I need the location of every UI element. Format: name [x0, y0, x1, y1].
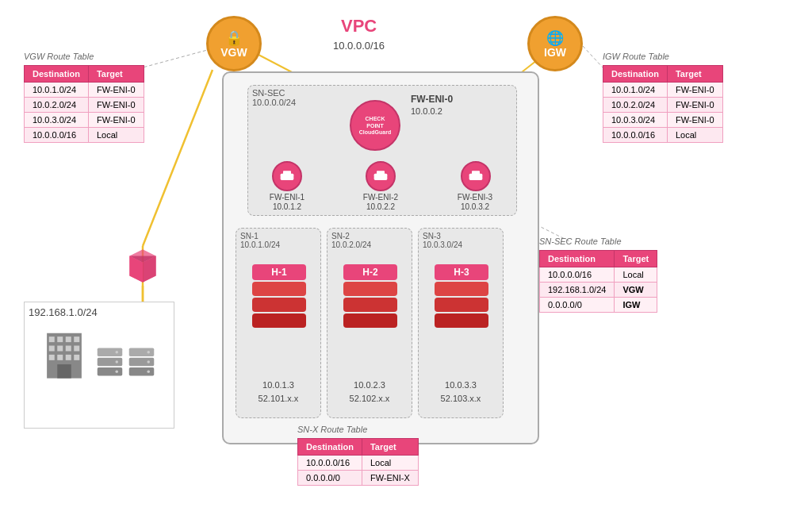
sn1-cidr: 10.0.1.0/24	[236, 240, 320, 249]
svg-point-17	[377, 176, 379, 179]
svg-rect-34	[49, 355, 55, 360]
svg-rect-47	[129, 367, 155, 376]
server-stack-1	[96, 346, 124, 385]
svg-point-42	[116, 351, 119, 354]
table-row: 10.0.0.0/16Local	[298, 456, 419, 471]
snsec-col-dest: Destination	[540, 251, 615, 267]
table-row: 192.168.1.0/24VGW	[540, 283, 657, 298]
svg-rect-45	[129, 348, 155, 356]
svg-rect-38	[57, 364, 71, 379]
svg-rect-46	[129, 358, 155, 367]
h3-icon: H-3	[435, 264, 488, 328]
svg-rect-35	[57, 355, 63, 360]
svg-rect-27	[57, 336, 63, 342]
h3-public-ip: 52.103.x.x	[419, 394, 503, 403]
vgw-route-table-label: VGW Route Table	[24, 52, 94, 61]
table-row: 0.0.0.0/0IGW	[540, 298, 657, 313]
sn-x-route-table-label: SN-X Route Table	[297, 425, 367, 434]
table-row: 10.0.0.0/16Local	[25, 128, 144, 143]
sn2-label: SN-2	[327, 229, 412, 240]
sn1-label: SN-1	[236, 229, 320, 240]
svg-rect-36	[66, 355, 71, 360]
vgw-route-table: Destination Target 10.0.1.0/24FW-ENI-0 1…	[24, 65, 144, 143]
vgw-label: VGW	[220, 47, 247, 58]
corporate-cidr-label: 192.168.1.0/24	[29, 306, 98, 318]
table-row: 10.0.3.0/24FW-ENI-0	[25, 113, 144, 128]
diagram-container: VGW Route Table Destination Target 10.0.…	[0, 0, 812, 523]
cloudguard-brand: CHECKPOINT	[366, 116, 385, 129]
table-row: 10.0.2.0/24FW-ENI-0	[603, 98, 723, 113]
igw-label: IGW	[544, 47, 566, 58]
fw-eni0-label: FW-ENI-0	[411, 94, 453, 105]
vgw-cloud: 🔒 VGW	[206, 16, 262, 71]
fw-eni3-ip: 10.0.3.2	[448, 202, 502, 211]
vgw-col-target: Target	[88, 66, 144, 83]
sn3-box: SN-3 10.0.3.0/24 H-3 10.0.3.3 52.103.x.x	[418, 228, 504, 418]
sn-sec-cidr: 10.0.0.0/24	[252, 98, 296, 107]
sn2-box: SN-2 10.0.2.0/24 H-2 10.0.2.3 52.102.x.x	[327, 228, 412, 418]
building-icon	[36, 326, 92, 385]
igw-globe-icon: 🌐	[546, 29, 564, 47]
svg-rect-31	[57, 346, 63, 352]
igw-route-table-label: IGW Route Table	[603, 52, 669, 61]
cloudguard-name: CloudGuard	[359, 129, 391, 135]
sn-x-route-table: Destination Target 10.0.0.0/16Local 0.0.…	[297, 438, 419, 486]
table-row: 10.0.0.0/16Local	[603, 128, 723, 143]
svg-point-44	[116, 370, 119, 373]
h2-public-ip: 52.102.x.x	[327, 394, 412, 403]
svg-rect-32	[66, 346, 71, 352]
server-stack-2	[128, 346, 155, 385]
svg-rect-41	[98, 367, 123, 376]
vgw-col-dest: Destination	[25, 66, 89, 83]
svg-rect-12	[281, 174, 294, 180]
svg-rect-30	[49, 346, 55, 352]
fw-eni0-ip: 10.0.0.2	[411, 106, 442, 116]
fw-eni3-label: FW-ENI-3	[448, 193, 502, 202]
svg-rect-19	[472, 171, 480, 174]
svg-rect-40	[98, 358, 123, 367]
vpc-label: VPC	[341, 16, 377, 37]
igw-route-table: Destination Target 10.0.1.0/24FW-ENI-0 1…	[603, 65, 723, 143]
sn-sec-box: SN-SEC 10.0.0.0/24 CHECKPOINT CloudGuard…	[247, 85, 517, 216]
table-row: 10.0.3.0/24FW-ENI-0	[603, 113, 723, 128]
igw-cloud: 🌐 IGW	[527, 16, 583, 71]
sn3-label: SN-3	[419, 229, 503, 240]
fw-eni2-label: FW-ENI-2	[354, 193, 408, 202]
sn3-cidr: 10.0.3.0/24	[419, 240, 503, 249]
svg-rect-16	[377, 171, 385, 174]
fw-eni3-icon	[461, 161, 491, 191]
sn-sec-route-table-label: SN-SEC Route Table	[539, 237, 622, 246]
table-row: 10.0.1.0/24FW-ENI-0	[603, 83, 723, 98]
svg-rect-29	[74, 336, 79, 342]
fw-eni1-label: FW-ENI-1	[260, 193, 314, 202]
h1-public-ip: 52.101.x.x	[236, 394, 320, 403]
aws-s3-icon	[123, 246, 163, 286]
svg-point-14	[283, 176, 285, 179]
snx-col-dest: Destination	[298, 439, 362, 456]
svg-point-48	[147, 351, 151, 354]
table-row: 0.0.0.0/0FW-ENI-X	[298, 471, 419, 486]
snsec-col-target: Target	[615, 251, 657, 267]
svg-point-50	[147, 370, 151, 373]
vpc-cidr: 10.0.0.0/16	[333, 40, 385, 52]
svg-rect-28	[66, 336, 71, 342]
vgw-lock-icon: 🔒	[225, 29, 243, 47]
table-row: 10.0.2.0/24FW-ENI-0	[25, 98, 144, 113]
cloudguard-icon: CHECKPOINT CloudGuard	[350, 100, 400, 151]
fw-eni1-icon	[272, 161, 302, 191]
svg-rect-15	[374, 174, 388, 180]
vpc-box: SN-SEC 10.0.0.0/24 CHECKPOINT CloudGuard…	[222, 71, 539, 444]
snx-col-target: Target	[362, 439, 418, 456]
svg-rect-26	[49, 336, 55, 342]
fw-eni2-ip: 10.0.2.2	[354, 202, 408, 211]
h2-icon: H-2	[343, 264, 397, 328]
svg-rect-33	[74, 346, 79, 352]
svg-rect-18	[469, 174, 483, 180]
h2-ip: 10.0.2.3	[327, 380, 412, 390]
igw-col-dest: Destination	[603, 66, 668, 83]
h1-icon: H-1	[252, 264, 306, 328]
svg-point-43	[116, 360, 119, 363]
svg-point-49	[147, 360, 151, 363]
table-row: 10.0.1.0/24FW-ENI-0	[25, 83, 144, 98]
h3-ip: 10.0.3.3	[419, 380, 503, 390]
